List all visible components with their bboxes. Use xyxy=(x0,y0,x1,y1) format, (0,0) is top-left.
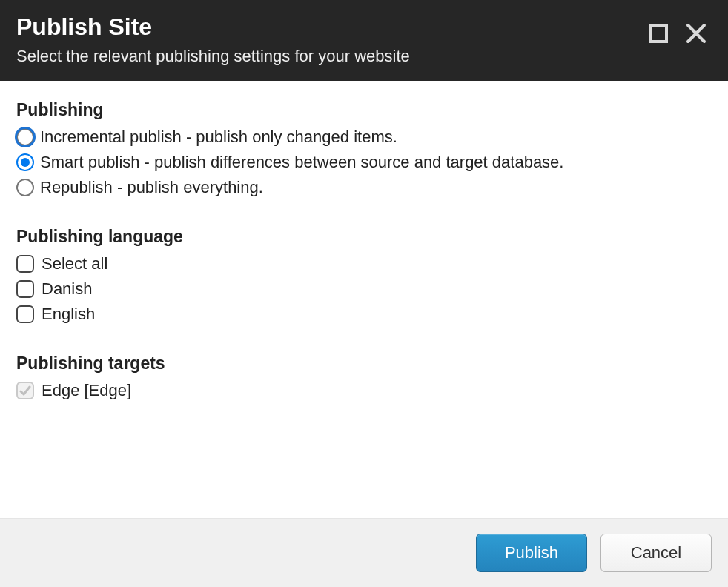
dialog-title: Publish Site xyxy=(16,13,648,41)
dialog-content: Publishing Incremental publish - publish… xyxy=(0,81,728,518)
targets-options: Edge [Edge] xyxy=(16,381,712,400)
language-section: Publishing language Select allDanishEngl… xyxy=(16,227,712,324)
radio-icon xyxy=(16,128,34,146)
publishing-radio-1[interactable]: Smart publish - publish differences betw… xyxy=(16,153,712,172)
header-icons xyxy=(648,13,712,44)
close-icon xyxy=(685,22,707,44)
cancel-button[interactable]: Cancel xyxy=(600,534,712,572)
svg-rect-0 xyxy=(650,25,666,42)
language-options: Select allDanishEnglish xyxy=(16,254,712,324)
language-checkbox-2[interactable]: English xyxy=(16,305,712,324)
maximize-icon xyxy=(648,23,669,44)
publishing-radio-0[interactable]: Incremental publish - publish only chang… xyxy=(16,127,712,147)
radio-label: Smart publish - publish differences betw… xyxy=(40,153,563,172)
checkbox-label: Select all xyxy=(42,254,107,273)
targets-section: Publishing targets Edge [Edge] xyxy=(16,354,712,400)
language-checkbox-0[interactable]: Select all xyxy=(16,254,712,273)
close-button[interactable] xyxy=(685,22,707,44)
targets-checkbox-0: Edge [Edge] xyxy=(16,381,712,400)
checkbox-icon xyxy=(16,255,34,273)
language-section-title: Publishing language xyxy=(16,227,712,247)
publishing-section: Publishing Incremental publish - publish… xyxy=(16,100,712,197)
dialog-header: Publish Site Select the relevant publish… xyxy=(0,0,728,81)
language-checkbox-1[interactable]: Danish xyxy=(16,279,712,299)
radio-label: Republish - publish everything. xyxy=(40,178,263,197)
publishing-options: Incremental publish - publish only chang… xyxy=(16,127,712,197)
dialog-subtitle: Select the relevant publishing settings … xyxy=(16,47,648,66)
dialog-footer: Publish Cancel xyxy=(0,518,728,587)
checkbox-label: Edge [Edge] xyxy=(42,381,131,400)
header-text: Publish Site Select the relevant publish… xyxy=(16,13,648,66)
radio-label: Incremental publish - publish only chang… xyxy=(40,127,397,147)
radio-icon xyxy=(16,153,34,171)
checkbox-icon xyxy=(16,280,34,298)
radio-icon xyxy=(16,179,34,196)
checkbox-icon xyxy=(16,305,34,323)
checkbox-label: English xyxy=(42,305,95,324)
targets-section-title: Publishing targets xyxy=(16,354,712,374)
checkbox-icon xyxy=(16,382,34,399)
checkbox-label: Danish xyxy=(42,279,92,299)
publishing-section-title: Publishing xyxy=(16,100,712,120)
publishing-radio-2[interactable]: Republish - publish everything. xyxy=(16,178,712,197)
maximize-button[interactable] xyxy=(648,22,669,44)
publish-button[interactable]: Publish xyxy=(476,534,587,572)
